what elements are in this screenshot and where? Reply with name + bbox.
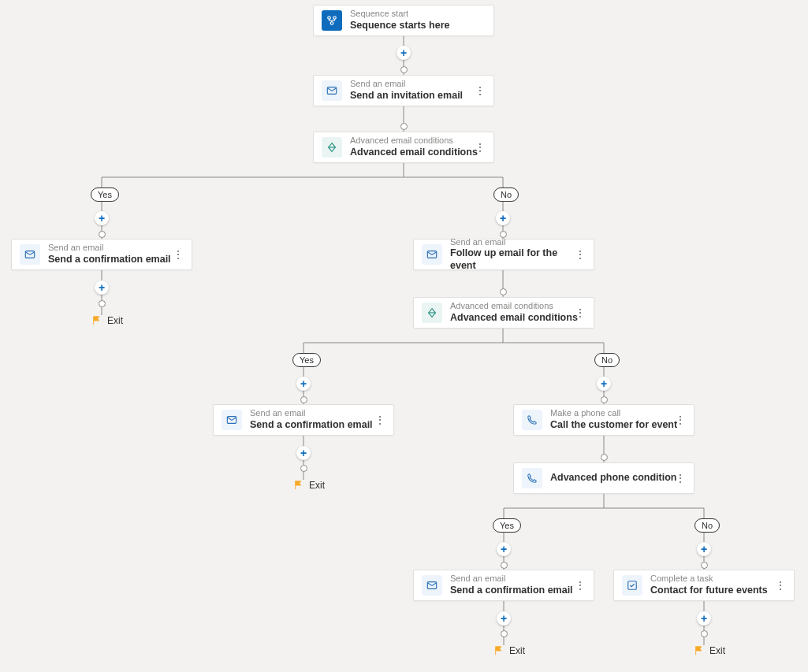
flag-icon (493, 645, 505, 656)
email-icon (422, 575, 442, 596)
node-advanced-email-conditions-2[interactable]: Advanced email conditions Advanced email… (413, 297, 594, 329)
node-call-customer[interactable]: Make a phone call Call the customer for … (513, 404, 694, 436)
branch-yes-label: Yes (91, 187, 119, 202)
node-subtitle: Send an email (450, 237, 586, 248)
exit-node: Exit (694, 645, 725, 656)
node-contact-future-events[interactable]: Complete a task Contact for future event… (613, 570, 795, 601)
svg-point-12 (333, 17, 337, 20)
node-title: Call the customer for event (550, 419, 677, 432)
exit-label: Exit (107, 315, 123, 326)
connector-port (601, 396, 608, 403)
exit-label: Exit (309, 480, 325, 491)
add-step-button[interactable]: + (496, 211, 510, 225)
more-menu-icon[interactable]: ⋮ (675, 472, 686, 485)
node-follow-up-email[interactable]: Send an email Follow up email for the ev… (413, 239, 594, 270)
add-step-button[interactable]: + (497, 611, 511, 626)
add-step-button[interactable]: + (497, 542, 511, 556)
branch-no-label: No (594, 353, 620, 367)
node-send-confirmation-email-3[interactable]: Send an email Send a confirmation email … (413, 570, 594, 601)
add-step-button[interactable]: + (296, 446, 311, 460)
node-title: Advanced phone condition (550, 472, 676, 485)
svg-rect-21 (628, 581, 637, 590)
email-icon (322, 80, 342, 101)
more-menu-icon[interactable]: ⋮ (173, 248, 184, 261)
node-subtitle: Send an email (48, 243, 171, 254)
more-menu-icon[interactable]: ⋮ (575, 248, 586, 261)
exit-node: Exit (293, 480, 325, 491)
connector-port (701, 630, 708, 637)
more-menu-icon[interactable]: ⋮ (675, 414, 686, 426)
exit-node: Exit (493, 645, 525, 656)
node-title: Send a confirmation email (450, 585, 573, 597)
add-step-button[interactable]: + (597, 377, 611, 391)
connector-port (99, 300, 106, 307)
node-send-invitation-email[interactable]: Send an email Send an invitation email ⋮ (313, 75, 494, 106)
connector-port (99, 231, 106, 238)
exit-label: Exit (709, 645, 725, 656)
task-icon (622, 575, 642, 596)
phone-condition-icon (522, 468, 542, 488)
add-step-button[interactable]: + (697, 611, 711, 626)
node-advanced-email-conditions-1[interactable]: Advanced email conditions Advanced email… (313, 132, 494, 163)
connector-port (400, 123, 408, 130)
flow-canvas: Sequence start Sequence starts here + Se… (0, 0, 808, 672)
node-title: Advanced email conditions (450, 312, 578, 325)
more-menu-icon[interactable]: ⋮ (475, 84, 486, 97)
flag-icon (293, 480, 304, 491)
node-title: Sequence starts here (350, 20, 449, 32)
node-subtitle: Send an email (250, 408, 373, 419)
node-title: Send an invitation email (350, 90, 463, 102)
connector-port (500, 288, 507, 295)
exit-node: Exit (91, 315, 123, 326)
branch-yes-label: Yes (292, 353, 321, 367)
more-menu-icon[interactable]: ⋮ (575, 579, 586, 592)
connector-port (400, 66, 408, 73)
more-menu-icon[interactable]: ⋮ (575, 306, 586, 319)
phone-icon (522, 410, 542, 430)
condition-icon (322, 137, 342, 158)
node-subtitle: Make a phone call (550, 408, 677, 419)
add-step-button[interactable]: + (95, 280, 109, 295)
condition-icon (422, 303, 442, 323)
email-icon (422, 244, 442, 265)
node-send-confirmation-email-1[interactable]: Send an email Send a confirmation email … (11, 239, 192, 270)
node-subtitle: Advanced email conditions (450, 301, 578, 312)
add-step-button[interactable]: + (95, 211, 109, 225)
node-subtitle: Advanced email conditions (350, 136, 478, 147)
node-title: Send a confirmation email (48, 254, 171, 266)
add-step-button[interactable]: + (397, 46, 411, 60)
svg-point-11 (328, 17, 331, 20)
sequence-start-icon (322, 10, 342, 31)
add-step-button[interactable]: + (296, 377, 311, 391)
connector-port (501, 630, 508, 637)
branch-no-label: No (694, 518, 720, 533)
connector-port (701, 562, 708, 569)
add-step-button[interactable]: + (697, 542, 711, 556)
flag-icon (694, 645, 705, 656)
email-icon (20, 244, 40, 265)
node-title: Follow up email for the event (450, 247, 586, 272)
node-title: Advanced email conditions (350, 147, 478, 159)
connector-port (601, 454, 608, 461)
exit-label: Exit (509, 645, 525, 656)
node-advanced-phone-condition[interactable]: Advanced phone condition ⋮ (513, 462, 694, 494)
branch-yes-label: Yes (493, 518, 521, 533)
more-menu-icon[interactable]: ⋮ (475, 141, 486, 154)
node-subtitle: Send an email (450, 574, 573, 585)
more-menu-icon[interactable]: ⋮ (374, 414, 385, 426)
connector-port (501, 562, 508, 569)
email-icon (222, 410, 242, 430)
connector-port (300, 396, 307, 403)
branch-no-label: No (493, 187, 519, 202)
node-subtitle: Send an email (350, 79, 463, 90)
node-title: Contact for future events (650, 585, 768, 597)
node-sequence-start[interactable]: Sequence start Sequence starts here (313, 5, 494, 36)
more-menu-icon[interactable]: ⋮ (775, 579, 786, 592)
node-subtitle: Complete a task (650, 574, 768, 585)
node-send-confirmation-email-2[interactable]: Send an email Send a confirmation email … (213, 404, 394, 436)
flag-icon (91, 315, 102, 326)
node-title: Send a confirmation email (250, 419, 373, 432)
svg-point-13 (330, 22, 333, 25)
node-subtitle: Sequence start (350, 9, 449, 20)
connector-port (300, 465, 307, 472)
